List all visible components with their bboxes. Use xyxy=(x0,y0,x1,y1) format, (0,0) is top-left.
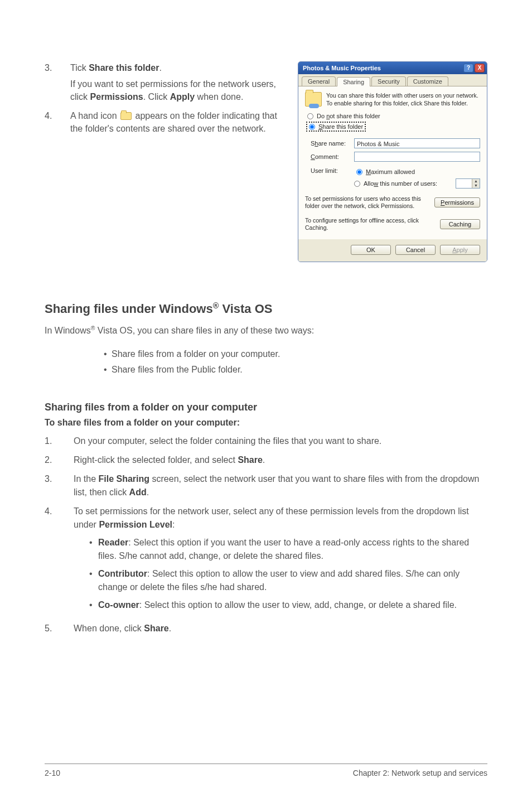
step-body: When done, click Share. xyxy=(74,622,487,635)
step-number: 3. xyxy=(45,61,58,104)
step-subpara: If you want to set permissions for the n… xyxy=(70,78,284,103)
hand-folder-icon xyxy=(120,112,132,120)
text: when done. xyxy=(195,92,243,102)
tab-body: You can share this folder with other use… xyxy=(298,86,487,239)
step-number: 1. xyxy=(45,434,58,448)
radio-input[interactable] xyxy=(354,181,360,187)
field-grid: Share name: Photos & Music Comment: xyxy=(311,138,480,162)
ok-button[interactable]: OK xyxy=(351,245,391,255)
tab-sharing[interactable]: Sharing xyxy=(337,77,370,86)
text: A hand icon xyxy=(70,111,119,120)
step-body: Tick Share this folder. If you want to s… xyxy=(70,61,284,104)
text: : Select this option to allow the user t… xyxy=(98,569,460,592)
step-number: 2. xyxy=(45,453,58,467)
footer-chapter: Chapter 2: Network setup and services xyxy=(353,769,487,777)
tab-customize[interactable]: Customize xyxy=(407,76,448,86)
bold-text: Permissions xyxy=(90,92,143,102)
properties-dialog: Photos & Music Properties ? X General Sh… xyxy=(298,61,487,262)
text: . xyxy=(147,487,149,497)
bold-text: Reader xyxy=(98,538,128,547)
step-number: 4. xyxy=(45,109,58,135)
user-count-spinner[interactable]: ▲▼ xyxy=(456,178,480,189)
text: Right-click the selected folder, and sel… xyxy=(74,455,238,465)
cancel-button[interactable]: Cancel xyxy=(395,245,436,255)
caching-row: To configure settings for offline access… xyxy=(305,217,480,231)
text: When done, click xyxy=(74,624,144,633)
tabstrip: General Sharing Security Customize xyxy=(298,74,487,86)
tab-security[interactable]: Security xyxy=(371,76,406,86)
share-this-folder-highlight: Share this folder xyxy=(306,122,366,132)
bold-text: Contributor xyxy=(98,569,147,578)
text: Tick xyxy=(70,63,89,73)
step-body: On your computer, select the folder cont… xyxy=(74,434,487,448)
user-limit-block: User limit: Maximum allowed Allow this n… xyxy=(311,167,480,189)
section-heading: Sharing files under Windows® Vista OS xyxy=(45,301,487,316)
text: On your computer, select the folder cont… xyxy=(74,436,381,446)
share-info-row: You can share this folder with other use… xyxy=(305,92,480,107)
bold-text: Add xyxy=(129,487,147,497)
radio-max-allowed[interactable]: Maximum allowed xyxy=(356,168,480,175)
page-footer: 2-10 Chapter 2: Network setup and servic… xyxy=(45,764,487,777)
bullet-item: Co-owner: Select this option to allow th… xyxy=(89,598,487,612)
bold-text: Co-owner xyxy=(98,600,139,610)
bullet-item: Contributor: Select this option to allow… xyxy=(89,567,487,594)
bold-text: Share this folder xyxy=(89,63,159,73)
radio-label: Share this folder xyxy=(318,123,363,130)
intro-paragraph: In Windows® Vista OS, you can share file… xyxy=(45,324,487,337)
text: In the xyxy=(74,474,98,484)
bold-text: Permission Level xyxy=(99,520,172,529)
bullet-item: Reader: Select this option if you want t… xyxy=(89,536,487,563)
steps-list: 1.On your computer, select the folder co… xyxy=(45,434,487,635)
share-info-text: You can share this folder with other use… xyxy=(326,92,480,107)
radio-label: Maximum allowed xyxy=(366,168,415,175)
user-limit-label: User limit: xyxy=(311,167,354,174)
help-button[interactable]: ? xyxy=(463,64,473,73)
caching-button[interactable]: Caching xyxy=(440,219,480,229)
comment-input[interactable] xyxy=(354,152,480,162)
step-item: 3.In the File Sharing screen, select the… xyxy=(45,472,487,499)
dialog-footer: OK Cancel Apply xyxy=(298,239,487,262)
apply-button[interactable]: Apply xyxy=(440,245,480,255)
step-number: 3. xyxy=(45,472,58,499)
step-body: To set permissions for the network user,… xyxy=(74,505,487,616)
spinner-up-icon[interactable]: ▲ xyxy=(472,179,480,183)
bold-text: Apply xyxy=(170,92,195,102)
radio-do-not-share[interactable]: Do not share this folder xyxy=(307,113,480,119)
text: . xyxy=(169,624,171,633)
permissions-button[interactable]: Permissions xyxy=(434,197,480,207)
radio-label: Do not share this folder xyxy=(317,113,380,119)
close-button[interactable]: X xyxy=(475,64,485,73)
step-item: 1.On your computer, select the folder co… xyxy=(45,434,487,448)
tab-general[interactable]: General xyxy=(302,76,336,86)
text: . xyxy=(159,63,161,73)
step-item: 5.When done, click Share. xyxy=(45,622,487,635)
step-item: 4.To set permissions for the network use… xyxy=(45,505,487,616)
text: : Select this option if you want the use… xyxy=(98,538,469,561)
radio-input[interactable] xyxy=(309,124,315,130)
step-item: 2.Right-click the selected folder, and s… xyxy=(45,453,487,467)
text: : xyxy=(172,520,175,529)
permissions-row: To set permissions for users who access … xyxy=(305,195,480,210)
share-name-input[interactable]: Photos & Music xyxy=(354,138,480,148)
bold-text: Share xyxy=(238,455,262,465)
radio-input[interactable] xyxy=(307,113,313,119)
step-number: 4. xyxy=(45,505,58,616)
text: . Click xyxy=(143,92,170,102)
inner-bullet-list: Reader: Select this option if you want t… xyxy=(89,536,487,612)
radio-allow-number[interactable]: Allow this number of users: xyxy=(354,180,437,187)
dialog-titlebar: Photos & Music Properties ? X xyxy=(298,62,487,74)
radio-input[interactable] xyxy=(356,169,362,175)
step-4: 4. A hand icon appears on the folder ind… xyxy=(45,109,284,135)
share-folder-icon xyxy=(305,92,322,107)
step-body: Right-click the selected folder, and sel… xyxy=(74,453,487,467)
bold-text: Share xyxy=(144,624,168,633)
footer-page-number: 2-10 xyxy=(45,769,60,777)
list-item: Share files from the Public folder. xyxy=(112,362,487,377)
step-body: In the File Sharing screen, select the n… xyxy=(74,472,487,499)
permissions-text: To set permissions for users who access … xyxy=(305,195,430,210)
spinner-down-icon[interactable]: ▼ xyxy=(472,183,480,188)
dialog-title: Photos & Music Properties xyxy=(303,65,381,71)
text: . xyxy=(263,455,265,465)
step-body: A hand icon appears on the folder indica… xyxy=(70,109,284,135)
radio-share-this[interactable]: Share this folder xyxy=(309,123,363,130)
